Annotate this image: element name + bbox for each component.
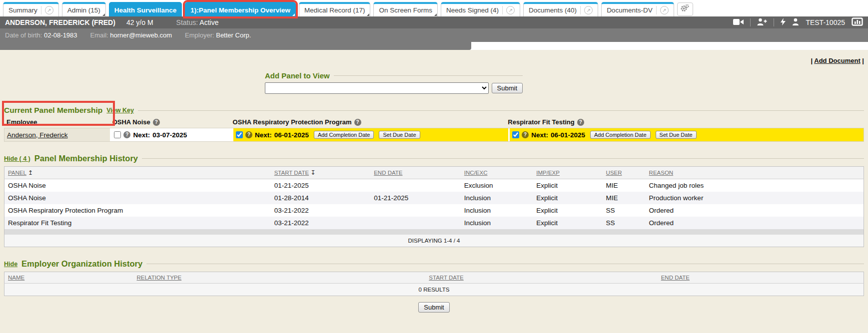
hide-employer-link[interactable]: Hide [4, 261, 17, 268]
tab-bar: Summary ↗ Admin (15) Health Surveillance… [0, 0, 868, 16]
sort-relation-type[interactable]: RELATION TYPE [137, 275, 182, 281]
popout-icon[interactable]: ↗ [506, 6, 515, 14]
tab-admin[interactable]: Admin (15) [62, 2, 106, 16]
help-icon[interactable]: ? [153, 119, 160, 126]
user-icon[interactable] [792, 18, 799, 27]
col-osha-noise: OSHA Noise [112, 118, 150, 126]
help-icon[interactable]: ? [245, 131, 252, 138]
membership-history-section: Hide ( 4 ) Panel Membership History PANE… [0, 154, 868, 247]
add-person-icon[interactable] [757, 18, 767, 27]
tab-documents-dv[interactable]: Documents-DV ↗ [601, 2, 674, 16]
dob: Date of birth: 02-08-1983 [5, 31, 77, 39]
tab-label: Summary [8, 6, 37, 14]
document-actions: | Add Document | [0, 50, 868, 64]
tab-documents[interactable]: Documents (40) ↗ [523, 2, 598, 16]
sort-start-date[interactable]: START DATE [274, 170, 309, 176]
tab-on-screen-forms[interactable]: On Screen Forms [373, 2, 438, 16]
popout-icon[interactable]: ↗ [45, 6, 53, 14]
settings-button[interactable] [677, 2, 693, 16]
patient-demographics: Date of birth: 02-08-1983 Email: horner@… [0, 28, 868, 42]
sort-end-date[interactable]: END DATE [374, 170, 402, 176]
respirator-fit-checkbox[interactable] [512, 131, 519, 138]
patient-status: Status: Active [176, 18, 219, 26]
pipe: | [811, 57, 813, 64]
employer-history-heading: Employer Organization History [21, 259, 142, 269]
sort-user[interactable]: USER [606, 170, 622, 176]
empty-results-row: 0 RESULTS [4, 284, 864, 296]
legend-line [142, 158, 864, 159]
next-label: Next: [255, 131, 272, 139]
main-content: | Add Document | Add Panel to View Submi… [0, 50, 868, 333]
divider [774, 18, 774, 26]
quick-action-bolt-icon[interactable] [781, 18, 786, 27]
add-completion-date-button[interactable]: Add Completion Date [590, 131, 651, 139]
help-icon[interactable]: ? [354, 119, 361, 126]
sort-end-date[interactable]: END DATE [661, 275, 690, 281]
hide-history-link[interactable]: Hide ( 4 ) [4, 155, 30, 162]
osha-noise-checkbox[interactable] [114, 131, 121, 138]
set-due-date-button[interactable]: Set Due Date [656, 131, 697, 139]
legend-line [138, 110, 864, 111]
help-icon[interactable]: ? [577, 119, 584, 126]
video-call-icon[interactable] [733, 18, 744, 27]
banner-toolbar: TEST-10025 [733, 17, 863, 27]
sort-asc-icon[interactable]: ↥ [28, 169, 33, 176]
scrollbar-band[interactable] [4, 229, 864, 235]
employer: Employer: Better Corp. [185, 31, 251, 39]
sort-imp-exp[interactable]: IMP/EXP [536, 170, 560, 176]
col-osha-respiratory: OSHA Respiratory Protection Program [233, 118, 352, 126]
sort-reason[interactable]: REASON [649, 170, 674, 176]
patient-banner: ANDERSON, FREDERICK (FRED) 42 y/o M Stat… [0, 16, 868, 28]
add-completion-date-button[interactable]: Add Completion Date [314, 131, 374, 139]
membership-row: Anderson, Frederick ? Next: 03-07-2025 ?… [4, 128, 864, 142]
osha-respiratory-checkbox[interactable] [236, 131, 243, 138]
next-date: 06-01-2025 [551, 131, 585, 139]
tab-needs-signed[interactable]: Needs Signed (4) ↗ [441, 2, 520, 16]
legend-line [334, 75, 523, 76]
current-membership-heading: Current Panel Membership [4, 106, 102, 115]
status-label: Status: [176, 18, 198, 26]
employer-submit-button[interactable]: Submit [418, 302, 449, 313]
panel-select[interactable] [265, 82, 489, 94]
status-value: Active [199, 18, 218, 26]
popout-icon[interactable]: ↗ [584, 6, 593, 14]
next-label: Next: [531, 131, 548, 139]
divider [41, 6, 41, 14]
sort-name[interactable]: NAME [8, 275, 24, 281]
flowsheet-chart-icon[interactable] [852, 17, 863, 27]
employer-value: Better Corp. [216, 31, 251, 39]
add-panel-legend: Add Panel to View [265, 71, 330, 80]
email: Email: horner@mieweb.com [90, 31, 172, 39]
sort-start-date[interactable]: START DATE [429, 275, 463, 281]
tab-label: Health Surveillance [114, 6, 177, 14]
tab-medical-record[interactable]: Medical Record (17) [299, 2, 371, 16]
employee-link[interactable]: Anderson, Frederick [7, 131, 68, 139]
add-panel-section: Add Panel to View Submit [265, 71, 523, 94]
gear-icon [680, 4, 690, 14]
tab-panel-membership-overview[interactable]: 1):Panel Membership Overview [185, 2, 296, 16]
tab-health-surveillance[interactable]: Health Surveillance [109, 2, 182, 16]
view-key-link[interactable]: View Key [106, 107, 134, 114]
add-panel-submit-button[interactable]: Submit [492, 83, 523, 93]
popout-icon[interactable]: ↗ [660, 6, 669, 14]
current-membership-section: Current Panel Membership View Key Employ… [0, 106, 868, 142]
table-row: Respirator Fit Testing03-21-2022Inclusio… [4, 217, 864, 229]
dob-value: 02-08-1983 [44, 31, 77, 39]
help-icon[interactable]: ? [123, 131, 130, 138]
tab-label: Medical Record (17) [304, 6, 365, 14]
chart-id: TEST-10025 [806, 18, 845, 26]
divider [580, 6, 581, 14]
next-date: 06-01-2025 [274, 131, 309, 139]
osha-respiratory-cell: ? Next: 06-01-2025 Add Completion Date S… [233, 128, 508, 141]
membership-history-table: PANEL↥ START DATE↧ END DATE INC/EXC IMP/… [4, 166, 864, 247]
add-document-link[interactable]: Add Document [814, 57, 860, 64]
col-employee: Employee [6, 118, 37, 126]
sort-panel[interactable]: PANEL [8, 170, 26, 176]
history-heading: Panel Membership History [34, 154, 138, 163]
tab-summary[interactable]: Summary ↗ [3, 2, 59, 16]
pipe: | [862, 57, 864, 64]
sort-inc-exc[interactable]: INC/EXC [464, 170, 488, 176]
set-due-date-button[interactable]: Set Due Date [379, 131, 420, 139]
help-icon[interactable]: ? [522, 131, 529, 138]
sort-desc-icon[interactable]: ↧ [310, 169, 315, 176]
